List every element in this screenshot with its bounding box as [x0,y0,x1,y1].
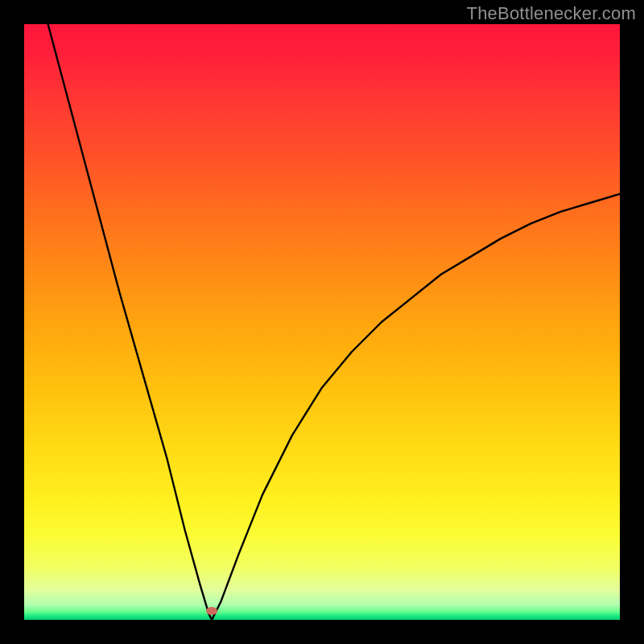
plot-area [24,24,620,620]
chart-frame: TheBottlenecker.com [0,0,644,644]
curve-svg [24,24,620,620]
watermark-text: TheBottlenecker.com [467,3,636,24]
bottleneck-curve [48,24,620,620]
optimal-point-marker [206,607,217,615]
